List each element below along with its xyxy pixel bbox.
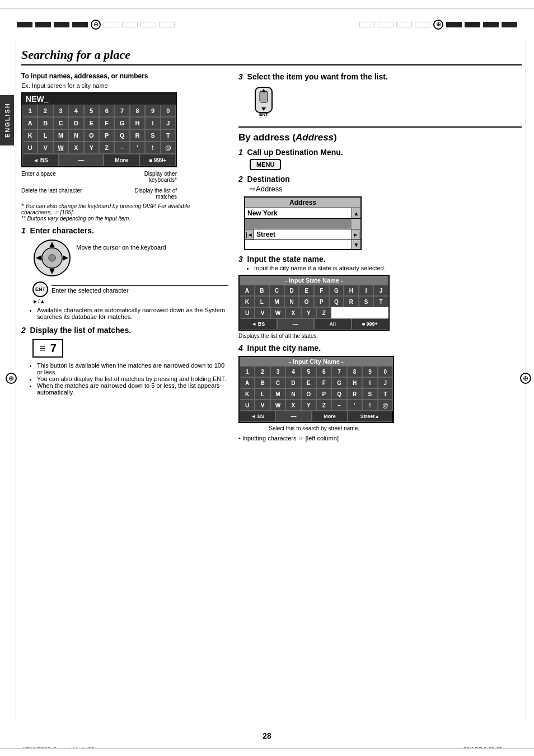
state-key-b[interactable]: B (255, 285, 270, 296)
state-key-space[interactable]: — (277, 318, 315, 330)
key-k[interactable]: K (22, 129, 38, 142)
key-l[interactable]: L (38, 129, 53, 142)
key-v[interactable]: V (38, 142, 53, 154)
key-t[interactable]: T (161, 129, 176, 142)
key-f[interactable]: F (99, 117, 114, 129)
city-key-s[interactable]: S (362, 388, 377, 400)
state-key-m[interactable]: M (269, 296, 284, 307)
city-key-a[interactable]: A (240, 377, 255, 388)
state-key-f[interactable]: F (314, 285, 329, 296)
city-key-3[interactable]: 3 (270, 366, 285, 377)
city-key-0[interactable]: 0 (378, 366, 393, 377)
key-9[interactable]: 9 (145, 105, 160, 117)
key-a[interactable]: A (22, 117, 38, 129)
state-key-999[interactable]: ■ 999+ (352, 318, 389, 330)
key-d[interactable]: D (68, 117, 83, 129)
city-key-2[interactable]: 2 (255, 366, 270, 377)
city-key-l[interactable]: L (255, 388, 270, 400)
state-key-v[interactable]: V (255, 307, 270, 318)
state-key-e[interactable]: E (299, 285, 314, 296)
city-key-j[interactable]: J (378, 377, 393, 388)
key-w[interactable]: W (53, 142, 68, 154)
key-z[interactable]: Z (99, 142, 114, 154)
city-key-8[interactable]: 8 (347, 366, 362, 377)
city-key-e[interactable]: E (301, 377, 316, 388)
state-key-r[interactable]: R (344, 296, 359, 307)
key-1[interactable]: 1 (22, 105, 38, 117)
key-excl[interactable]: ! (145, 142, 160, 154)
key-u[interactable]: U (22, 142, 38, 154)
key-bs[interactable]: ◄ BS (22, 154, 59, 166)
city-key-space[interactable]: — (275, 411, 311, 422)
menu-button[interactable]: MENU (250, 159, 281, 170)
key-apos[interactable]: ' (130, 142, 145, 154)
state-key-bs[interactable]: ◄ BS (240, 318, 277, 330)
city-key-more[interactable]: More (312, 411, 348, 422)
city-key-t[interactable]: T (378, 388, 393, 400)
key-c[interactable]: C (53, 117, 68, 129)
state-key-w[interactable]: W (270, 307, 285, 318)
city-key-x[interactable]: X (285, 400, 301, 411)
city-key-at[interactable]: @ (378, 400, 393, 411)
key-r[interactable]: R (130, 129, 145, 142)
city-key-5[interactable]: 5 (301, 366, 316, 377)
city-key-1[interactable]: 1 (240, 366, 255, 377)
city-key-7[interactable]: 7 (331, 366, 346, 377)
key-space[interactable]: — (59, 154, 104, 166)
key-dash[interactable]: – (114, 142, 129, 154)
key-6[interactable]: 6 (99, 105, 114, 117)
city-key-h[interactable]: H (347, 377, 362, 388)
state-key-g[interactable]: G (329, 285, 344, 296)
key-n[interactable]: N (68, 129, 83, 142)
key-7[interactable]: 7 (114, 105, 129, 117)
state-key-t[interactable]: T (373, 296, 388, 307)
key-0[interactable]: 0 (161, 105, 176, 117)
city-key-g[interactable]: G (331, 377, 346, 388)
state-key-u[interactable]: U (240, 307, 255, 318)
key-j[interactable]: J (161, 117, 176, 129)
city-key-6[interactable]: 6 (316, 366, 331, 377)
key-g[interactable]: G (114, 117, 129, 129)
key-2[interactable]: 2 (38, 105, 53, 117)
city-key-b[interactable]: B (255, 377, 270, 388)
city-key-y[interactable]: Y (301, 400, 316, 411)
city-key-dash[interactable]: – (331, 400, 346, 411)
city-key-bs[interactable]: ◄ BS (240, 411, 275, 422)
state-key-x[interactable]: X (285, 307, 301, 318)
city-key-p[interactable]: P (316, 388, 331, 400)
key-5[interactable]: 5 (84, 105, 99, 117)
key-more[interactable]: More (104, 154, 140, 166)
key-at[interactable]: @ (161, 142, 176, 154)
city-key-apos[interactable]: ' (347, 400, 362, 411)
key-e[interactable]: E (84, 117, 99, 129)
city-key-f[interactable]: F (316, 377, 331, 388)
city-key-street[interactable]: Street▲ (348, 411, 393, 422)
key-3[interactable]: 3 (53, 105, 68, 117)
state-key-q[interactable]: Q (329, 296, 344, 307)
city-key-v[interactable]: V (255, 400, 270, 411)
state-key-s[interactable]: S (359, 296, 374, 307)
state-key-i[interactable]: I (359, 285, 374, 296)
city-key-d[interactable]: D (285, 377, 301, 388)
ent-button[interactable]: ENT (32, 281, 48, 297)
state-key-y[interactable]: Y (301, 307, 316, 318)
key-h[interactable]: H (130, 117, 145, 129)
city-key-m[interactable]: M (270, 388, 285, 400)
city-key-w[interactable]: W (270, 400, 285, 411)
city-key-4[interactable]: 4 (285, 366, 301, 377)
state-key-n[interactable]: N (284, 296, 299, 307)
state-key-j[interactable]: J (373, 285, 388, 296)
state-key-l[interactable]: L (255, 296, 270, 307)
state-key-d[interactable]: D (284, 285, 299, 296)
city-key-r[interactable]: R (347, 388, 362, 400)
city-key-u[interactable]: U (240, 400, 255, 411)
state-key-o[interactable]: O (299, 296, 314, 307)
key-x[interactable]: X (68, 142, 83, 154)
state-key-h[interactable]: H (344, 285, 359, 296)
city-key-n[interactable]: N (285, 388, 301, 400)
state-key-p[interactable]: P (314, 296, 329, 307)
key-s[interactable]: S (145, 129, 160, 142)
key-i[interactable]: I (145, 117, 160, 129)
key-8[interactable]: 8 (130, 105, 145, 117)
state-key-c[interactable]: C (269, 285, 284, 296)
